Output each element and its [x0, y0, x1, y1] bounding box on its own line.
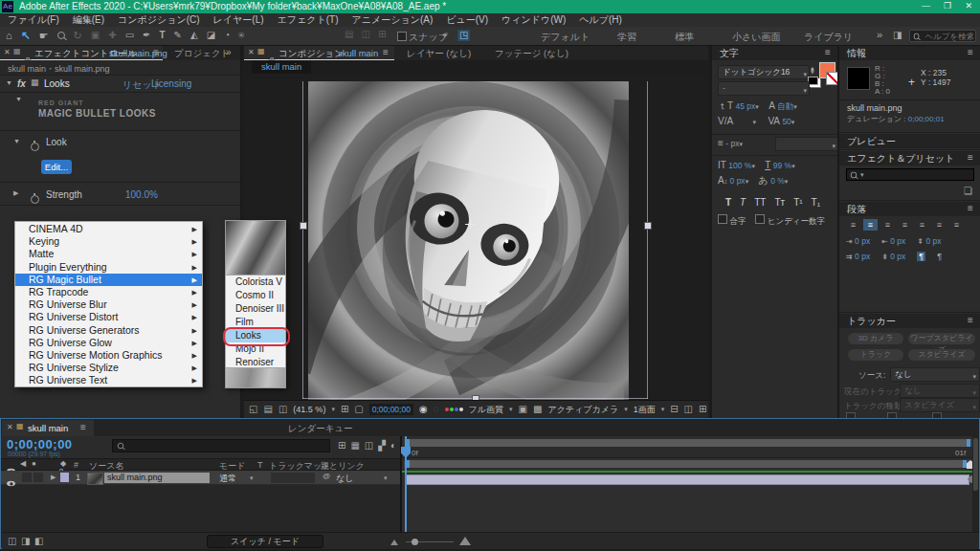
panel-close-icon[interactable]: ✕ — [7, 424, 13, 431]
layer-switch-box[interactable] — [22, 473, 32, 482]
submenu-item-renoiser[interactable]: Renoiser — [226, 356, 285, 369]
chevron-down-icon[interactable]: ▾ — [753, 119, 757, 125]
menu-help[interactable]: ヘルプ(H) — [579, 13, 622, 27]
resolution-select[interactable]: フル画質 — [469, 404, 503, 416]
menu-item-keying[interactable]: Keying▶ — [15, 235, 202, 248]
effects-presets-search-box[interactable]: ▾ — [846, 168, 974, 181]
tab-overflow-chevron[interactable]: » — [226, 48, 232, 57]
menu-item-cinema4d[interactable]: CINEMA 4D▶ — [15, 223, 202, 235]
twirl-down-icon[interactable]: ▼ — [15, 96, 22, 102]
expand-layer-switches-icon[interactable]: ◫ — [8, 537, 16, 546]
menu-view[interactable]: ビュー(V) — [446, 13, 488, 27]
panel-close-icon[interactable]: ✕ — [4, 49, 11, 56]
panel-menu-icon[interactable]: ≡ — [968, 153, 973, 163]
chevron-down-icon[interactable]: ▾ — [739, 141, 743, 147]
mask-visibility-icon[interactable]: ◳ — [457, 30, 470, 41]
strength-value[interactable]: 100.0% — [125, 189, 158, 200]
layer-label-color[interactable] — [60, 473, 69, 482]
stopwatch-icon[interactable] — [31, 195, 39, 204]
subscript-button[interactable]: T₁ — [812, 197, 820, 208]
menu-item-matte[interactable]: Matte▶ — [15, 248, 202, 260]
preview-panel-title[interactable]: プレビュー — [847, 136, 896, 146]
timeline-search-box[interactable] — [112, 439, 330, 452]
safe-margins-icon[interactable]: ⊞ — [341, 405, 348, 414]
leading-value[interactable]: 自動 — [777, 101, 793, 111]
workspace-learn[interactable]: 学習 — [617, 31, 636, 44]
chevron-down-icon[interactable]: ▾ — [785, 178, 789, 185]
current-time-display[interactable]: 0;00;00;00 — [7, 437, 73, 452]
workspace-overflow-chevron[interactable]: » — [877, 30, 882, 40]
maximize-icon[interactable]: ❐ — [944, 1, 951, 11]
fast-previews-icon[interactable]: ◫ — [684, 405, 693, 414]
justify-last-right-button[interactable]: ≡ — [932, 219, 947, 231]
layer-switch-box[interactable] — [33, 473, 43, 482]
render-queue-tab[interactable]: レンダーキュー — [288, 423, 353, 435]
workspace-small-screen[interactable]: 小さい画面 — [732, 31, 780, 44]
pixel-aspect-icon[interactable]: ⊟ — [670, 405, 678, 414]
brush-tool-icon[interactable]: ✎ — [174, 31, 182, 40]
indent-right-value[interactable]: 0 px — [890, 236, 905, 246]
blend-mode-select[interactable]: 通常 — [219, 473, 236, 485]
zoom-tool-icon[interactable] — [57, 32, 65, 39]
twirl-down-icon[interactable]: ▼ — [13, 138, 20, 144]
layer-bound-left[interactable] — [302, 81, 303, 399]
twirl-right-icon[interactable]: ▶ — [51, 474, 56, 480]
chevron-down-icon[interactable]: ▾ — [509, 406, 513, 413]
time-ruler[interactable]: 0f 01f — [402, 447, 974, 458]
submenu-item-film[interactable]: Film — [226, 316, 285, 329]
vertical-scale-value[interactable]: 100 % — [728, 161, 751, 170]
chevron-down-icon[interactable]: ▾ — [331, 406, 335, 413]
draft-3d-icon[interactable]: ▦ — [350, 441, 359, 451]
motion-blur-icon[interactable]: ◐ — [390, 441, 396, 451]
panel-menu-icon[interactable]: ≡ — [968, 48, 973, 57]
twirl-right-icon[interactable]: ▶ — [13, 189, 18, 196]
superscript-button[interactable]: T¹ — [793, 197, 802, 208]
menu-composition[interactable]: コンポジション(C) — [118, 13, 200, 27]
region-of-interest-icon[interactable]: ▣ — [519, 405, 527, 414]
layer-bound-right[interactable] — [647, 81, 648, 399]
track-motion-button[interactable]: トラック — [848, 349, 903, 361]
help-search-input[interactable] — [923, 31, 975, 42]
layer-row[interactable]: ▶ 1 skull main.png 通常 ▾ @ なし ▾ — [1, 471, 400, 485]
chevron-down-icon[interactable]: ▾ — [624, 406, 628, 413]
submenu-item-looks[interactable]: Looks — [226, 329, 285, 342]
chevron-down-icon[interactable]: ▾ — [384, 474, 388, 482]
parent-pickwhip-icon[interactable]: @ — [323, 473, 330, 480]
view-layout-select[interactable]: 1画面 — [634, 404, 656, 416]
track-matte-box[interactable] — [271, 473, 315, 483]
menu-item-rg-universe-text[interactable]: RG Universe Text▶ — [15, 374, 202, 386]
first-line-indent-value[interactable]: 0 px — [855, 252, 870, 261]
work-area-end-handle[interactable] — [963, 460, 967, 468]
timeline-jump-icon[interactable]: ⊞ — [699, 405, 706, 414]
puppet-pin-tool-icon[interactable]: ⍟ — [238, 31, 244, 40]
indent-left-value[interactable]: 0 px — [855, 236, 870, 246]
menu-item-rg-universe-glow[interactable]: RG Universe Glow▶ — [15, 337, 202, 349]
all-caps-button[interactable]: TT — [754, 197, 766, 208]
character-panel-title[interactable]: 文字 — [720, 48, 739, 58]
menu-animation[interactable]: アニメーション(A) — [351, 13, 433, 27]
menu-item-rg-magic-bullet[interactable]: RG Magic Bullet▶ — [15, 274, 202, 286]
timeline-search-input[interactable] — [127, 440, 312, 452]
align-left-button[interactable]: ≡ — [846, 219, 860, 231]
effect-row-looks[interactable]: ▼ fx ▦ Looks リセット Licensing — [0, 76, 240, 92]
eyedropper-icon[interactable]: ✒ — [807, 67, 816, 75]
licensing-link[interactable]: Licensing — [151, 78, 191, 89]
composition-tab-doc[interactable]: skull main — [338, 48, 378, 58]
chevron-down-icon[interactable]: ▾ — [793, 103, 797, 110]
close-icon[interactable]: ✕ — [965, 1, 972, 11]
horizontal-scale-value[interactable]: 99 % — [773, 161, 791, 170]
workspace-switcher-icon[interactable]: ◨ — [893, 31, 902, 40]
home-tool-icon[interactable]: ⌂ — [6, 31, 12, 41]
mirror-viewer-icon[interactable]: ◫ — [278, 405, 287, 414]
baseline-shift-value[interactable]: 0 px — [730, 176, 746, 186]
menu-item-plugin-everything[interactable]: Plugin Everything▶ — [15, 261, 202, 274]
panel-menu-icon[interactable]: ≡ — [153, 48, 159, 57]
edit-look-button[interactable]: Edit... — [41, 160, 72, 174]
work-area-bar[interactable] — [404, 460, 972, 468]
workspace-standard[interactable]: 標準 — [675, 31, 694, 44]
zoom-out-mountain-icon[interactable] — [390, 540, 398, 545]
warp-stabilizer-button[interactable]: ワープスタビライズ — [908, 333, 975, 344]
menu-item-rg-universe-generators[interactable]: RG Universe Generators▶ — [15, 324, 202, 337]
panel-menu-icon[interactable]: ≡ — [968, 204, 973, 213]
transparency-grid-icon[interactable]: ▩ — [533, 405, 542, 414]
